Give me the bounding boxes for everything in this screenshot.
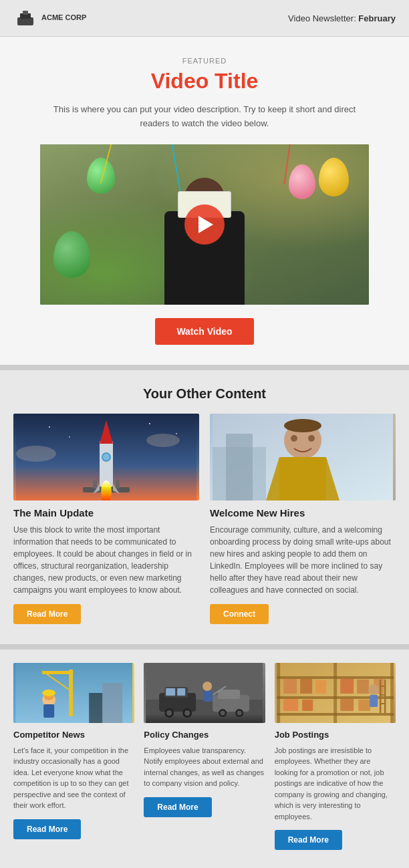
main-update-image [13,414,199,500]
new-hires-text: Encourage community, culture, and a welc… [210,524,396,596]
acme-logo-icon [13,8,37,28]
svg-rect-22 [226,434,253,500]
video-thumbnail[interactable] [40,144,369,305]
svg-rect-68 [357,680,369,694]
svg-point-19 [176,433,177,434]
featured-section: FEATURED Video Title This is where you c… [0,37,409,365]
svg-rect-70 [283,699,298,711]
svg-point-43 [166,710,172,716]
svg-point-55 [202,682,212,691]
svg-rect-7 [93,480,97,488]
new-hires-connect-button[interactable]: Connect [210,604,269,624]
svg-rect-37 [89,693,102,723]
svg-point-25 [291,435,297,442]
svg-rect-71 [302,700,313,711]
svg-rect-29 [69,670,73,716]
svg-point-35 [42,690,55,696]
competitor-news-image [13,663,134,723]
svg-point-26 [308,435,315,442]
rocket-svg [13,414,199,500]
svg-point-4 [16,446,56,462]
policy-changes-image [144,663,265,723]
svg-rect-64 [283,679,297,694]
job-postings-image [275,663,396,723]
svg-point-51 [221,710,225,715]
featured-title: Video Title [40,69,369,94]
new-hires-image [210,414,396,500]
svg-rect-49 [218,690,240,699]
featured-description: This is where you can put your video des… [40,103,369,131]
policy-changes-text: Employees value transparency. Notify emp… [144,745,265,789]
header: ACME CORP Video Newsletter: February [0,0,409,37]
logo-text: ACME CORP [41,13,86,22]
svg-point-74 [368,684,379,695]
policy-changes-card: Policy Changes Employees value transpare… [144,663,265,851]
svg-point-45 [184,710,190,716]
header-title-prefix: Video Newsletter: [288,13,358,23]
svg-rect-9 [100,440,113,487]
svg-point-16 [49,426,50,428]
featured-label: FEATURED [40,57,369,65]
competitor-news-text: Let's face it, your competition in the i… [13,745,134,811]
svg-point-14 [103,454,110,460]
svg-rect-47 [177,688,185,696]
svg-rect-46 [166,688,175,696]
main-update-text: Use this block to write the most importa… [13,524,199,596]
job-postings-card: Job Postings Job postings are irresistib… [275,663,396,851]
competitor-news-read-more-button[interactable]: Read More [13,819,81,839]
main-update-read-more-button[interactable]: Read More [13,604,81,624]
svg-point-5 [146,434,180,447]
job-postings-text: Job postings are irresistible to employe… [275,745,396,823]
svg-rect-75 [370,695,378,707]
worker-svg [210,414,396,500]
new-hires-title: Welcome New Hires [210,507,396,519]
svg-rect-34 [43,704,54,718]
svg-point-17 [69,436,70,438]
policy-changes-title: Policy Changes [144,730,265,740]
header-newsletter-title: Video Newsletter: February [288,13,396,23]
three-col-section: Competitor News Let's face it, your comp… [0,649,409,868]
svg-rect-63 [390,663,394,723]
watch-video-button[interactable]: Watch Video [155,318,253,345]
svg-rect-65 [300,679,312,694]
email-wrapper: ACME CORP Video Newsletter: February FEA… [0,0,409,868]
main-update-title: The Main Update [13,507,199,519]
three-col-grid: Competitor News Let's face it, your comp… [13,663,396,851]
play-button[interactable] [184,204,225,245]
svg-rect-56 [203,691,213,702]
cars-svg [144,663,265,723]
svg-rect-72 [340,699,354,711]
svg-rect-62 [333,663,337,723]
svg-rect-8 [116,480,120,488]
svg-point-53 [237,710,242,715]
two-col-grid: The Main Update Use this block to write … [13,414,396,624]
svg-rect-66 [315,680,326,694]
svg-rect-73 [358,700,370,711]
svg-rect-36 [102,683,122,723]
svg-rect-61 [277,663,280,723]
other-content-section: Your Other Content [0,370,409,644]
competitor-news-card: Competitor News Let's face it, your comp… [13,663,134,851]
other-content-heading: Your Other Content [13,386,396,402]
svg-point-27 [284,419,321,432]
logo-area: ACME CORP [13,8,86,28]
content-card-main-update: The Main Update Use this block to write … [13,414,199,624]
svg-rect-67 [340,679,354,694]
competitor-news-title: Competitor News [13,730,134,740]
job-postings-title: Job Postings [275,730,396,740]
warehouse-svg [275,663,396,723]
svg-point-18 [149,423,150,424]
construction-svg [13,663,134,723]
content-card-new-hires: Welcome New Hires Encourage community, c… [210,414,396,624]
play-triangle [198,216,213,233]
policy-changes-read-more-button[interactable]: Read More [144,797,211,817]
header-title-month: February [358,13,396,23]
job-postings-read-more-button[interactable]: Read More [275,830,342,850]
svg-rect-2 [23,11,28,15]
